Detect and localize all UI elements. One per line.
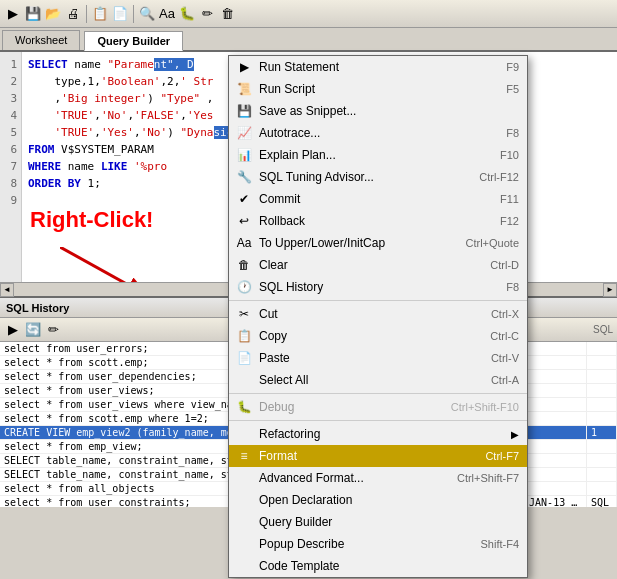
sql-header-label: SQL: [593, 324, 613, 335]
separator-1: [86, 5, 87, 23]
separator-2: [133, 5, 134, 23]
case-icon: Aa: [233, 232, 255, 254]
menu-rollback[interactable]: ↩ Rollback F12: [229, 210, 527, 232]
tab-query-builder[interactable]: Query Builder: [84, 31, 183, 51]
copy-icon: 📋: [233, 325, 255, 347]
menu-shortcut: Ctrl-X: [491, 308, 519, 320]
menu-item-label: Explain Plan...: [259, 148, 336, 162]
menu-item-label: Cut: [259, 307, 278, 321]
menu-item-label: Debug: [259, 400, 294, 414]
menu-autotrace[interactable]: 📈 Autotrace... F8: [229, 122, 527, 144]
commit-icon: ✔: [233, 188, 255, 210]
menu-case-convert[interactable]: Aa To Upper/Lower/InitCap Ctrl+Quote: [229, 232, 527, 254]
clear-icon: 🗑: [233, 254, 255, 276]
separator: [229, 300, 527, 301]
menu-shortcut: Ctrl+Quote: [466, 237, 520, 249]
context-menu: ▶ Run Statement F9 📜 Run Script F5 💾 Sav…: [228, 55, 528, 578]
menu-sql-history[interactable]: 🕐 SQL History F8: [229, 276, 527, 298]
menu-shortcut: Ctrl+Shift-F10: [451, 401, 519, 413]
menu-item-label: Query Builder: [259, 515, 332, 529]
menu-item-label: Clear: [259, 258, 288, 272]
menu-item-label: Open Declaration: [259, 493, 352, 507]
menu-shortcut: Ctrl-V: [491, 352, 519, 364]
save-snippet-icon: 💾: [233, 100, 255, 122]
menu-explain-plan[interactable]: 📊 Explain Plan... F10: [229, 144, 527, 166]
save-icon[interactable]: 💾: [24, 5, 42, 23]
scroll-left[interactable]: ◄: [0, 283, 14, 297]
find-icon[interactable]: 🔍: [138, 5, 156, 23]
debug-icon[interactable]: 🐛: [178, 5, 196, 23]
menu-copy[interactable]: 📋 Copy Ctrl-C: [229, 325, 527, 347]
highlight-icon[interactable]: ✏: [198, 5, 216, 23]
menu-run-statement[interactable]: ▶ Run Statement F9: [229, 56, 527, 78]
history-refresh-icon[interactable]: 🔄: [24, 321, 42, 339]
menu-run-script[interactable]: 📜 Run Script F5: [229, 78, 527, 100]
open-icon[interactable]: 📂: [44, 5, 62, 23]
history-edit-icon[interactable]: ✏: [44, 321, 62, 339]
menu-item-label: SQL Tuning Advisor...: [259, 170, 374, 184]
menu-cut[interactable]: ✂ Cut Ctrl-X: [229, 303, 527, 325]
menu-save-snippet[interactable]: 💾 Save as Snippet...: [229, 100, 527, 122]
tab-worksheet[interactable]: Worksheet: [2, 30, 80, 50]
menu-item-label: Paste: [259, 351, 290, 365]
menu-format[interactable]: ≡ Format Ctrl-F7: [229, 445, 527, 467]
menu-debug[interactable]: 🐛 Debug Ctrl+Shift-F10: [229, 396, 527, 418]
menu-popup-describe[interactable]: Popup Describe Shift-F4: [229, 533, 527, 555]
menu-shortcut: F11: [500, 193, 519, 205]
menu-item-label: Run Script: [259, 82, 315, 96]
separator: [229, 393, 527, 394]
menu-item-label: To Upper/Lower/InitCap: [259, 236, 385, 250]
menu-open-declaration[interactable]: Open Declaration: [229, 489, 527, 511]
menu-item-label: Save as Snippet...: [259, 104, 356, 118]
debug-icon: 🐛: [233, 396, 255, 418]
submenu-arrow-icon: ▶: [511, 429, 519, 440]
menu-refactoring[interactable]: Refactoring ▶: [229, 423, 527, 445]
advanced-format-icon: [233, 467, 255, 489]
menu-item-label: Commit: [259, 192, 300, 206]
menu-shortcut: Ctrl+Shift-F7: [457, 472, 519, 484]
menu-item-label: Code Template: [259, 559, 340, 573]
line-numbers: 1 2 3 4 5 6 7 8 9: [0, 52, 22, 282]
format-icon: ≡: [233, 445, 255, 467]
sql-tuning-icon: 🔧: [233, 166, 255, 188]
menu-sql-tuning[interactable]: 🔧 SQL Tuning Advisor... Ctrl-F12: [229, 166, 527, 188]
menu-query-builder[interactable]: Query Builder: [229, 511, 527, 533]
paste-icon[interactable]: 📄: [111, 5, 129, 23]
run-icon[interactable]: ▶: [4, 5, 22, 23]
menu-item-label: Popup Describe: [259, 537, 344, 551]
menu-paste[interactable]: 📄 Paste Ctrl-V: [229, 347, 527, 369]
scroll-right[interactable]: ►: [603, 283, 617, 297]
print-icon[interactable]: 🖨: [64, 5, 82, 23]
query-builder-icon: [233, 511, 255, 533]
menu-shortcut: Ctrl-A: [491, 374, 519, 386]
menu-item-label: Format: [259, 449, 297, 463]
menu-item-label: Refactoring: [259, 427, 320, 441]
format-icon[interactable]: Aa: [158, 5, 176, 23]
copy-icon[interactable]: 📋: [91, 5, 109, 23]
menu-shortcut: F8: [506, 127, 519, 139]
sql-history-title: SQL History: [6, 302, 69, 314]
history-run-icon[interactable]: ▶: [4, 321, 22, 339]
menu-item-label: Autotrace...: [259, 126, 320, 140]
menu-shortcut: F12: [500, 215, 519, 227]
tab-bar: Worksheet Query Builder: [0, 28, 617, 52]
explain-plan-icon: 📊: [233, 144, 255, 166]
refactoring-icon: [233, 423, 255, 445]
clear-icon[interactable]: 🗑: [218, 5, 236, 23]
menu-item-label: SQL History: [259, 280, 323, 294]
menu-clear[interactable]: 🗑 Clear Ctrl-D: [229, 254, 527, 276]
menu-shortcut: Shift-F4: [480, 538, 519, 550]
menu-shortcut: F9: [506, 61, 519, 73]
menu-select-all[interactable]: Select All Ctrl-A: [229, 369, 527, 391]
menu-commit[interactable]: ✔ Commit F11: [229, 188, 527, 210]
menu-item-label: Select All: [259, 373, 308, 387]
open-decl-icon: [233, 489, 255, 511]
sql-history-icon: 🕐: [233, 276, 255, 298]
menu-code-template[interactable]: Code Template: [229, 555, 527, 577]
menu-item-label: Run Statement: [259, 60, 339, 74]
menu-shortcut: Ctrl-F12: [479, 171, 519, 183]
menu-advanced-format[interactable]: Advanced Format... Ctrl+Shift-F7: [229, 467, 527, 489]
paste-icon: 📄: [233, 347, 255, 369]
rollback-icon: ↩: [233, 210, 255, 232]
menu-shortcut: Ctrl-F7: [485, 450, 519, 462]
